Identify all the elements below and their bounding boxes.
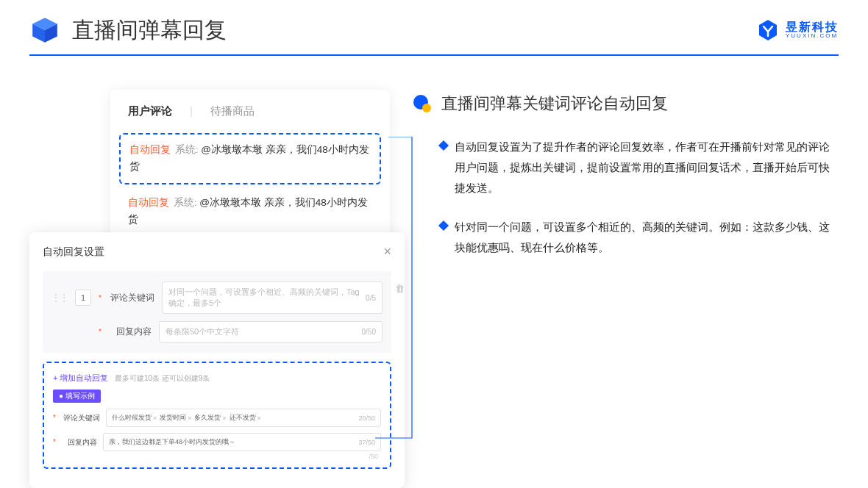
tab-pending-goods[interactable]: 待播商品	[210, 104, 255, 118]
add-auto-reply-link[interactable]: + 增加自动回复	[53, 373, 108, 382]
add-hint: 最多可建10条 还可以创建9条	[115, 374, 210, 382]
outer-count: /50	[369, 453, 378, 460]
brand-name-cn: 昱新科技	[786, 21, 839, 33]
content-input[interactable]: 每条限50个中文字符 0/50	[159, 321, 383, 342]
brand-icon	[756, 18, 780, 42]
diamond-icon	[438, 220, 449, 231]
bullet-item: 自动回复设置为了提升作者的评论回复效率，作者可在开播前针对常见的评论用户问题，提…	[412, 137, 839, 198]
ex-keyword-label: 评论关键词	[63, 413, 100, 423]
bullet-item: 针对同一个问题，可设置多个相近的、高频的关键词。例如：这款多少钱、这块能优惠吗、…	[412, 217, 839, 258]
section-title: 直播间弹幕关键词评论自动回复	[441, 93, 668, 115]
index-number: 1	[75, 290, 91, 306]
diamond-icon	[438, 140, 449, 151]
ex-tag[interactable]: 发货时间×	[160, 413, 191, 423]
tab-user-comments[interactable]: 用户评论	[128, 104, 172, 118]
comment-row-highlighted: 自动回复 系统: @冰墩墩本墩 亲亲，我们48小时内发货	[119, 133, 381, 184]
keyword-label: 评论关键词	[110, 292, 154, 304]
ex-content-input[interactable]: 亲，我们这边都是下单48小时内发货的哦～ 37/50	[103, 433, 381, 451]
cube-icon	[29, 15, 60, 46]
example-section: + 增加自动回复 最多可建10条 还可以创建9条 ● 填写示例 * 评论关键词 …	[43, 362, 391, 469]
svg-point-4	[422, 104, 431, 112]
keyword-input[interactable]: 对同一个问题，可设置多个相近、高频的关键词，Tag确定，最多5个 0/5	[162, 281, 383, 314]
ex-tag[interactable]: 多久发货×	[194, 413, 226, 423]
example-badge: ● 填写示例	[53, 390, 101, 403]
ex-content-label: 回复内容	[63, 437, 97, 448]
ex-tag[interactable]: 什么时候发货×	[112, 413, 157, 423]
header-divider	[29, 54, 839, 56]
drag-icon[interactable]: ⋮⋮	[51, 293, 68, 303]
settings-dialog: 自动回复设置 × 🗑 ⋮⋮ 1 * 评论关键词 对同一个问题，可设置多个相近、高…	[29, 232, 405, 488]
brand-name-en: YUUXIN.COM	[786, 33, 839, 39]
brand-logo: 昱新科技 YUUXIN.COM	[756, 18, 839, 42]
comment-row: 自动回复 系统: @冰墩墩本墩 亲亲，我们48小时内发货	[128, 189, 372, 234]
settings-title: 自动回复设置	[43, 245, 104, 259]
content-label: 回复内容	[110, 326, 152, 338]
ex-tag[interactable]: 还不发货×	[230, 413, 261, 423]
trash-icon[interactable]: 🗑	[395, 283, 405, 294]
page-title: 直播间弹幕回复	[72, 15, 227, 46]
close-icon[interactable]: ×	[383, 244, 391, 259]
ex-keyword-input[interactable]: 什么时候发货× 发货时间× 多久发货× 还不发货× 20/50	[106, 409, 381, 427]
chat-bubble-icon	[412, 93, 433, 114]
